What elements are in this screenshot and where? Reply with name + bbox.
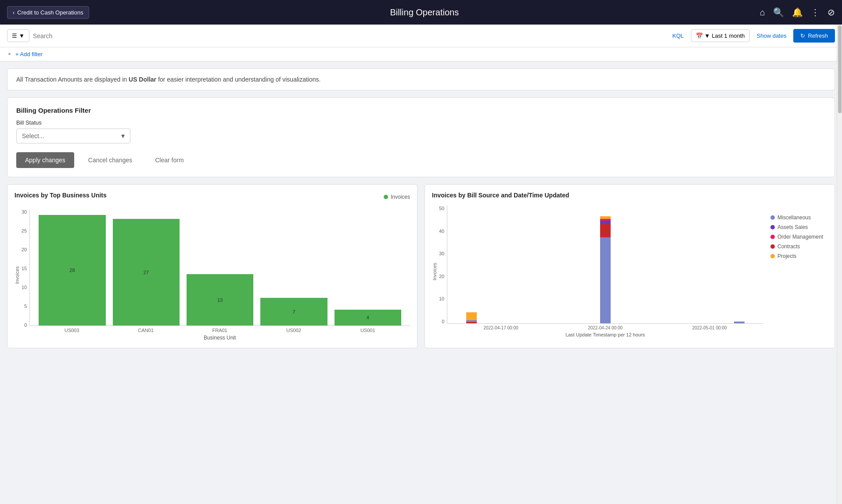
right-y-axis-ticks: 50 40 30 20 10 0	[439, 206, 447, 324]
invoices-legend-label: Invoices	[391, 194, 410, 200]
charts-row: Invoices by Top Business Units Invoices …	[7, 184, 835, 348]
right-chart-area: Invoices 50 40 30 20 10 0	[432, 206, 763, 337]
y-axis-ticks: 30 25 20 15 10 5 0	[22, 209, 29, 328]
bar-value-can01: 27	[144, 270, 149, 275]
add-filter-row: ⚬ + Add filter	[0, 47, 842, 61]
projects-legend-dot	[770, 254, 775, 258]
filter-icon: ☰	[12, 32, 17, 39]
date-range-label: Last 1 month	[712, 32, 745, 39]
bar-fra01: 13	[187, 274, 253, 325]
right-bars-container	[447, 206, 763, 324]
x-label-3: 2022-05-01 00:00	[659, 325, 760, 330]
apply-changes-button[interactable]: Apply changes	[16, 152, 74, 168]
right-legend: Miscellaneous Assets Sales Order Managem…	[770, 206, 828, 337]
bill-status-label: Bill Status	[16, 119, 826, 126]
filter-section-title: Billing Operations Filter	[16, 107, 826, 114]
y-axis-label: Invoices	[14, 266, 20, 284]
bar-group-can01: 27	[113, 219, 180, 325]
bar-can01: 27	[113, 219, 180, 325]
misc-legend-label: Miscellaneous	[777, 214, 811, 221]
search-input[interactable]	[33, 32, 666, 39]
scrollbar[interactable]	[837, 25, 842, 355]
right-chart-title: Invoices by Bill Source and Date/Time Up…	[432, 192, 828, 199]
segment-misc-3	[734, 322, 745, 323]
bar-us002: 7	[260, 298, 327, 325]
contracts-legend-dot	[770, 244, 775, 249]
filter-bar: ☰ ▼ KQL 📅 ▼ Last 1 month Show dates ↻ Re…	[0, 25, 842, 47]
right-x-axis-title: Last Update Timestamp per 12 hours	[447, 332, 763, 337]
filter-section: Billing Operations Filter Bill Status Se…	[7, 97, 835, 177]
top-navigation: ‹ Credit to Cash Operations Billing Oper…	[0, 0, 842, 25]
filter-type-button[interactable]: ☰ ▼	[7, 29, 29, 42]
stacked-bar-group-1	[451, 312, 492, 323]
bar-value-us001: 4	[367, 315, 369, 320]
info-banner: All Transaction Amounts are displayed in…	[7, 68, 835, 90]
x-label-1: 2022-04-17 00:00	[450, 325, 551, 330]
bar-group-us003: 28	[39, 215, 105, 325]
nav-icon-group: ⌂ 🔍 🔔 ⋮ ⊘	[760, 7, 835, 18]
add-filter-link[interactable]: + Add filter	[15, 51, 43, 57]
kql-button[interactable]: KQL	[669, 31, 687, 41]
info-text-suffix: for easier interpretation and understand…	[156, 76, 320, 83]
more-vertical-icon[interactable]: ⋮	[811, 7, 820, 18]
bar-group-us001: 4	[335, 310, 401, 325]
chevron-left-icon: ‹	[13, 9, 14, 16]
om-legend-label: Order Management	[777, 234, 823, 240]
left-x-axis-title: Business Unit	[29, 335, 410, 341]
date-range-button[interactable]: 📅 ▼ Last 1 month	[691, 29, 750, 42]
chevron-down-icon: ▼	[705, 32, 710, 39]
ban-icon[interactable]: ⊘	[828, 7, 835, 18]
bar-value-fra01: 13	[217, 297, 223, 303]
refresh-button[interactable]: ↻ Refresh	[793, 29, 835, 43]
page-title: Billing Operations	[89, 7, 760, 18]
right-chart-card: Invoices by Bill Source and Date/Time Up…	[425, 184, 835, 348]
segment-projects-1	[466, 312, 477, 320]
right-x-labels: 2022-04-17 00:00 2022-04-24 00:00 2022-0…	[447, 324, 763, 330]
stacked-bar-2	[600, 216, 611, 323]
stacked-bar-1	[466, 312, 477, 323]
segment-assets-2	[600, 221, 611, 224]
back-button[interactable]: ‹ Credit to Cash Operations	[7, 6, 89, 19]
bill-status-select-wrapper: Select... ▼	[16, 129, 130, 143]
refresh-label: Refresh	[808, 32, 828, 39]
bar-us001: 4	[335, 310, 401, 325]
right-y-axis-label: Invoices	[432, 263, 437, 280]
bill-status-select[interactable]: Select...	[16, 129, 130, 143]
info-currency: US Dollar	[129, 76, 156, 83]
bar-group-fra01: 13	[187, 274, 253, 325]
bar-group-us002: 7	[260, 298, 327, 325]
bars-container: 28 27 13	[29, 209, 410, 326]
bar-us003: 28	[39, 215, 105, 325]
cancel-changes-button[interactable]: Cancel changes	[79, 152, 141, 168]
om-legend-dot	[770, 235, 775, 239]
misc-legend-dot	[770, 215, 775, 220]
main-content: All Transaction Amounts are displayed in…	[0, 61, 842, 355]
contracts-legend-label: Contracts	[777, 243, 800, 250]
info-text-prefix: All Transaction Amounts are displayed in	[16, 76, 129, 83]
chevron-down-icon: ▼	[19, 32, 25, 39]
back-label: Credit to Cash Operations	[17, 9, 83, 16]
home-icon[interactable]: ⌂	[760, 7, 765, 18]
right-chart-inner: Invoices 50 40 30 20 10 0	[432, 206, 828, 337]
left-chart-card: Invoices by Top Business Units Invoices …	[7, 184, 417, 348]
filter-chip: ⚬	[7, 51, 12, 57]
assets-legend-label: Assets Sales	[777, 224, 808, 230]
calendar-icon: 📅	[696, 32, 703, 39]
refresh-icon: ↻	[800, 32, 805, 39]
assets-legend-dot	[770, 225, 775, 229]
legend-item-contracts: Contracts	[770, 243, 828, 250]
action-buttons: Apply changes Cancel changes Clear form	[16, 152, 826, 168]
left-chart-title: Invoices by Top Business Units	[14, 192, 107, 199]
search-icon[interactable]: 🔍	[773, 7, 784, 18]
stacked-bar-3	[734, 322, 745, 323]
legend-item-assets: Assets Sales	[770, 224, 828, 230]
show-dates-button[interactable]: Show dates	[753, 31, 790, 41]
legend-item-projects: Projects	[770, 253, 828, 259]
stacked-bar-group-3	[719, 322, 760, 323]
segment-contracts-1	[466, 322, 477, 323]
bell-icon[interactable]: 🔔	[792, 7, 803, 18]
segment-contracts-2	[600, 224, 611, 237]
stacked-bar-group-2	[585, 216, 626, 323]
scrollbar-thumb[interactable]	[838, 25, 842, 113]
clear-form-button[interactable]: Clear form	[146, 152, 192, 168]
